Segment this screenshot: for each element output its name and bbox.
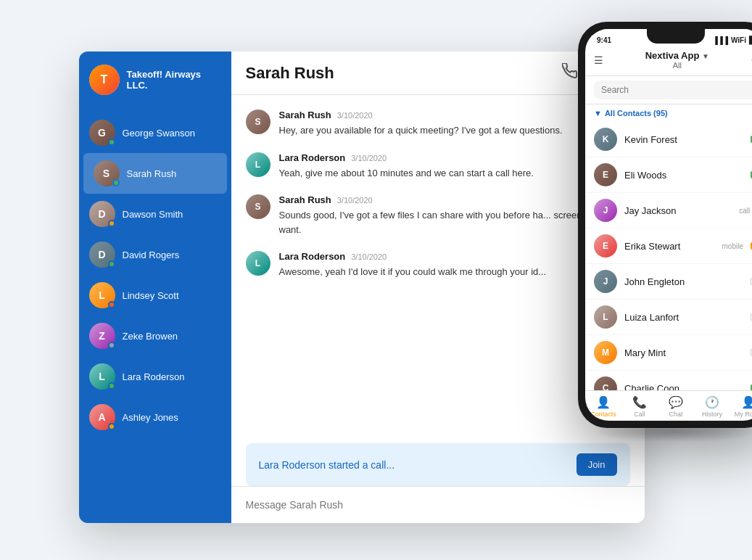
msg-time: 3/10/2020 <box>337 196 373 205</box>
phone-nav-chat[interactable]: 💬 Chat <box>658 395 694 418</box>
phone-section-header: ▼ All Contacts (95) <box>585 104 752 122</box>
phone-contact-avatar: M <box>594 341 617 364</box>
join-call-button[interactable]: Join <box>577 453 617 476</box>
message-input-area <box>231 486 645 523</box>
contact-name: Zeke Browen <box>123 331 178 342</box>
sidebar-contact-item[interactable]: D David Rogers <box>79 234 231 275</box>
phone-contact-name: Charlie Coon <box>624 383 743 391</box>
message-row: L Lara Roderson 3/10/2020 Yeah, give me … <box>246 152 630 181</box>
phone-frame: 9:41 ▐▐▐ WiFi ▉ ☰ Nextiva App ▼ All + <box>578 22 752 428</box>
sidebar-contact-item[interactable]: A Ashley Jones <box>79 397 231 437</box>
status-indicator <box>108 342 115 349</box>
desktop-app: T Takeoff! Airways LLC. G George Swanson… <box>79 52 645 523</box>
phone-nav-my-room[interactable]: 👤 My Room <box>730 395 752 418</box>
section-label: All Contacts (95) <box>605 109 668 118</box>
msg-avatar: L <box>246 251 270 276</box>
msg-time: 3/10/2020 <box>351 252 387 261</box>
sidebar-contact-item[interactable]: Z Zeke Browen <box>79 316 231 356</box>
phone-contact-avatar: K <box>594 128 617 151</box>
sidebar-contact-item[interactable]: L Lindsey Scott <box>79 275 231 316</box>
nav-label: Call <box>634 411 645 418</box>
status-indicator <box>108 220 115 227</box>
msg-content: Lara Roderson 3/10/2020 Awesome, yeah I'… <box>279 251 630 279</box>
phone-contact-name: John Engleton <box>624 276 743 287</box>
phone-search-input[interactable] <box>594 81 752 99</box>
nav-icon: 📞 <box>632 395 647 409</box>
phone-app-name: Nextiva App ▼ <box>603 50 751 61</box>
contact-name: David Rogers <box>123 250 180 260</box>
contact-tag: mobile <box>722 242 743 250</box>
phone-nav-history[interactable]: 🕐 History <box>694 395 730 418</box>
menu-icon[interactable]: ☰ <box>594 54 603 66</box>
phone-contact-item[interactable]: E Erika Stewart mobile <box>585 228 752 264</box>
sidebar-contact-item[interactable]: G George Swanson <box>79 112 231 153</box>
call-banner-text: Lara Roderson started a call... <box>259 459 395 471</box>
phone-bottom-nav: 👤 Contacts 📞 Call 💬 Chat 🕐 History 👤 My … <box>585 390 752 421</box>
phone-nav-call[interactable]: 📞 Call <box>621 395 658 418</box>
contact-avatar-wrap: L <box>89 363 115 390</box>
nav-label: Contacts <box>590 411 616 418</box>
contact-name: Dawson Smith <box>123 209 183 220</box>
phone-contact-item[interactable]: J Jay Jackson call ≋ <box>585 193 752 228</box>
nav-icon: 🕐 <box>705 395 719 409</box>
msg-time: 3/10/2020 <box>351 154 387 162</box>
msg-sender: Sarah Rush <box>279 110 331 120</box>
msg-header: Sarah Rush 3/10/2020 <box>279 110 630 120</box>
message-input[interactable] <box>246 499 630 511</box>
phone-search-bar <box>585 76 752 104</box>
wifi-icon: WiFi <box>731 36 746 44</box>
phone-nav-contacts[interactable]: 👤 Contacts <box>585 395 621 418</box>
phone-contact-avatar: E <box>594 234 617 258</box>
msg-text: Yeah, give me about 10 minutes and we ca… <box>279 166 630 181</box>
contact-tag: call ≋ <box>739 207 752 215</box>
nav-icon: 👤 <box>741 395 752 409</box>
msg-sender: Lara Roderson <box>279 251 346 262</box>
phone-header: ☰ Nextiva App ▼ All + <box>585 47 752 76</box>
chevron-down-icon: ▼ <box>594 109 602 118</box>
phone-contact-avatar: J <box>594 199 617 222</box>
phone-contact-item[interactable]: C Charlie Coon <box>585 371 752 390</box>
msg-text: Hey, are you available for a quick meeti… <box>279 123 630 138</box>
contact-name: Ashley Jones <box>123 412 178 423</box>
phone-contact-avatar: E <box>594 163 617 186</box>
sidebar: T Takeoff! Airways LLC. G George Swanson… <box>79 52 231 523</box>
msg-content: Lara Roderson 3/10/2020 Yeah, give me ab… <box>279 152 630 181</box>
nav-label: History <box>702 411 722 418</box>
phone-contact-item[interactable]: J John Engleton <box>585 264 752 300</box>
signal-icon: ▐▐▐ <box>713 36 728 44</box>
msg-text: Sounds good, I've got a few files I can … <box>279 208 630 236</box>
phone-contact-name: Mary Mint <box>624 347 743 358</box>
status-indicator <box>112 179 120 186</box>
status-indicator <box>108 382 115 390</box>
phone-status-icons: ▐▐▐ WiFi ▉ <box>713 36 752 44</box>
phone-contact-name: Eli Woods <box>624 170 743 181</box>
msg-header: Sarah Rush 3/10/2020 <box>279 194 630 205</box>
msg-avatar: L <box>246 152 270 177</box>
status-indicator <box>108 301 115 308</box>
phone-contact-item[interactable]: K Kevin Forest <box>585 122 752 157</box>
contact-avatar-wrap: A <box>89 404 115 430</box>
contact-name: Lindsey Scott <box>123 290 179 301</box>
msg-content: Sarah Rush 3/10/2020 Hey, are you availa… <box>279 110 630 138</box>
status-indicator <box>108 139 115 146</box>
msg-text: Awesome, yeah I'd love it if you could w… <box>279 265 630 279</box>
msg-time: 3/10/2020 <box>337 111 373 120</box>
phone-time: 9:41 <box>597 36 611 44</box>
msg-sender: Sarah Rush <box>279 194 331 205</box>
msg-avatar: S <box>246 194 270 219</box>
sidebar-contact-item[interactable]: D Dawson Smith <box>79 194 231 234</box>
phone-icon[interactable] <box>562 63 578 83</box>
msg-header: Lara Roderson 3/10/2020 <box>279 251 630 262</box>
msg-avatar: S <box>246 110 270 134</box>
sidebar-contact-item[interactable]: L Lara Roderson <box>79 356 231 397</box>
phone-contact-list: K Kevin Forest E Eli Woods J Jay Jackson… <box>585 122 752 390</box>
phone-contact-item[interactable]: E Eli Woods <box>585 157 752 193</box>
phone-all-label: All <box>603 61 751 70</box>
nav-icon: 💬 <box>669 395 683 409</box>
phone-contact-item[interactable]: M Mary Mint <box>585 335 752 371</box>
phone-contact-avatar: C <box>594 376 617 390</box>
sidebar-contact-item[interactable]: S Sarah Rush <box>83 153 227 194</box>
phone-mockup: 9:41 ▐▐▐ WiFi ▉ ☰ Nextiva App ▼ All + <box>578 22 752 428</box>
msg-content: Sarah Rush 3/10/2020 Sounds good, I've g… <box>279 194 630 236</box>
phone-contact-item[interactable]: L Luiza Lanfort <box>585 300 752 335</box>
